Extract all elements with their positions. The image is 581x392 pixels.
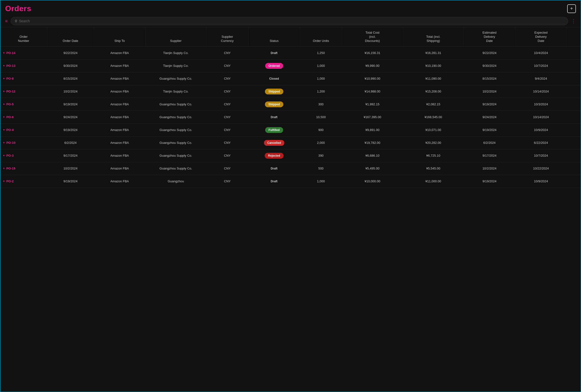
cell-order-date: 9/30/2024 bbox=[47, 59, 94, 72]
cell-total-cost: ¥14,988.00 bbox=[342, 85, 403, 98]
cell-order-units: 2,000 bbox=[300, 136, 342, 149]
expand-icon[interactable]: ▼ bbox=[3, 77, 5, 80]
order-id[interactable]: PO-14 bbox=[6, 51, 16, 55]
cell-order-units: 10,500 bbox=[300, 111, 342, 124]
cell-order-number[interactable]: ▼ PO-3 bbox=[0, 149, 47, 162]
expand-icon[interactable]: ▼ bbox=[3, 167, 5, 170]
cell-order-date: 9/17/2024 bbox=[47, 149, 94, 162]
cell-total-incl-shipping: ¥168,545.00 bbox=[403, 111, 464, 124]
cell-extra bbox=[567, 111, 581, 124]
orders-table-wrapper: OrderNumber Order Date Ship To Supplier … bbox=[0, 27, 581, 188]
cell-order-number[interactable]: ▼ PO-13 bbox=[0, 59, 47, 72]
table-row: ▼ PO-14 9/22/2024 Amazon FBA Tianjin Sup… bbox=[0, 46, 581, 59]
cell-extra bbox=[567, 162, 581, 175]
table-header-row: OrderNumber Order Date Ship To Supplier … bbox=[0, 27, 581, 46]
order-id[interactable]: PO-12 bbox=[6, 90, 16, 93]
add-order-button[interactable]: + bbox=[567, 4, 576, 13]
cell-order-number[interactable]: ▼ PO-10 bbox=[0, 136, 47, 149]
order-id[interactable]: PO-13 bbox=[6, 64, 16, 68]
cell-currency: CNY bbox=[206, 162, 248, 175]
order-id[interactable]: PO-8 bbox=[6, 77, 14, 80]
cell-exp-delivery: 10/22/2024 bbox=[515, 162, 567, 175]
cell-supplier: Guangzhou Supply Co. bbox=[146, 98, 206, 111]
cell-total-cost: ¥9,990.00 bbox=[342, 59, 403, 72]
col-header-supplier-currency: SupplierCurrency bbox=[206, 27, 248, 46]
cell-total-incl-shipping: ¥16,281.31 bbox=[403, 46, 464, 59]
expand-icon[interactable]: ▼ bbox=[3, 129, 5, 131]
status-badge: Shipped bbox=[265, 89, 283, 94]
cell-exp-delivery: 10/4/2024 bbox=[515, 46, 567, 59]
cell-order-number[interactable]: ▼ PO-2 bbox=[0, 175, 47, 188]
cell-order-date: 10/2/2024 bbox=[47, 85, 94, 98]
cell-order-number[interactable]: ▼ PO-6 bbox=[0, 111, 47, 124]
order-id[interactable]: PO-4 bbox=[6, 128, 14, 132]
expand-icon[interactable]: ▼ bbox=[3, 180, 5, 183]
table-row: ▼ PO-12 10/2/2024 Amazon FBA Tianjin Sup… bbox=[0, 85, 581, 98]
cell-est-delivery: 9/19/2024 bbox=[464, 98, 515, 111]
cell-order-units: 1,000 bbox=[300, 175, 342, 188]
cell-extra bbox=[567, 136, 581, 149]
cell-currency: CNY bbox=[206, 149, 248, 162]
order-id[interactable]: PO-15 bbox=[6, 167, 16, 170]
cell-order-number[interactable]: ▼ PO-5 bbox=[0, 98, 47, 111]
page-title: Orders bbox=[5, 4, 31, 13]
cell-order-number[interactable]: ▼ PO-15 bbox=[0, 162, 47, 175]
cell-est-delivery: 9/22/2024 bbox=[464, 46, 515, 59]
cell-total-cost: ¥10,990.00 bbox=[342, 72, 403, 85]
order-id[interactable]: PO-10 bbox=[6, 141, 16, 145]
cell-order-number[interactable]: ▼ PO-14 bbox=[0, 46, 47, 59]
cell-order-number[interactable]: ▼ PO-12 bbox=[0, 85, 47, 98]
expand-icon[interactable]: ▼ bbox=[3, 64, 5, 67]
cell-ship-to: Amazon FBA bbox=[94, 72, 145, 85]
table-row: ▼ PO-2 9/19/2024 Amazon FBA Guangzhou CN… bbox=[0, 175, 581, 188]
cell-supplier: Guangzhou Supply Co. bbox=[146, 72, 206, 85]
cell-status: Ordered bbox=[248, 59, 300, 72]
cell-order-date: 9/19/2024 bbox=[47, 175, 94, 188]
order-id[interactable]: PO-5 bbox=[6, 102, 14, 106]
table-row: ▼ PO-15 10/2/2024 Amazon FBA Guangzhou S… bbox=[0, 162, 581, 175]
table-row: ▼ PO-13 9/30/2024 Amazon FBA Tianjin Sup… bbox=[0, 59, 581, 72]
cell-order-number[interactable]: ▼ PO-4 bbox=[0, 124, 47, 136]
cell-currency: CNY bbox=[206, 72, 248, 85]
cell-est-delivery: 10/2/2024 bbox=[464, 85, 515, 98]
cell-extra bbox=[567, 59, 581, 72]
col-header-order-date: Order Date bbox=[47, 27, 94, 46]
expand-icon[interactable]: ▼ bbox=[3, 141, 5, 144]
cell-ship-to: Amazon FBA bbox=[94, 59, 145, 72]
cell-total-cost: ¥167,395.00 bbox=[342, 111, 403, 124]
cell-currency: CNY bbox=[206, 124, 248, 136]
status-badge: Draft bbox=[267, 50, 281, 56]
cell-supplier: Guangzhou Supply Co. bbox=[146, 124, 206, 136]
more-options-icon[interactable]: ⋮ bbox=[571, 18, 576, 24]
search-input[interactable] bbox=[19, 19, 564, 23]
expand-icon[interactable]: ▼ bbox=[3, 103, 5, 106]
cell-ship-to: Amazon FBA bbox=[94, 162, 145, 175]
order-id[interactable]: PO-6 bbox=[6, 115, 14, 119]
cell-extra bbox=[567, 46, 581, 59]
cell-order-units: 1,000 bbox=[300, 72, 342, 85]
cell-exp-delivery: 10/14/2024 bbox=[515, 111, 567, 124]
filter-icon[interactable]: ≡ bbox=[5, 19, 8, 24]
cell-total-incl-shipping: ¥5,545.00 bbox=[403, 162, 464, 175]
cell-currency: CNY bbox=[206, 136, 248, 149]
order-id[interactable]: PO-2 bbox=[6, 180, 14, 183]
col-header-total-incl-shipping: Total (incl.Shipping) bbox=[403, 27, 464, 46]
order-id[interactable]: PO-3 bbox=[6, 154, 14, 157]
expand-icon[interactable]: ▼ bbox=[3, 52, 5, 54]
cell-est-delivery: 6/2/2024 bbox=[464, 136, 515, 149]
cell-total-cost: ¥6,686.10 bbox=[342, 149, 403, 162]
expand-icon[interactable]: ▼ bbox=[3, 90, 5, 93]
expand-icon[interactable]: ▼ bbox=[3, 154, 5, 157]
cell-est-delivery: 10/2/2024 bbox=[464, 162, 515, 175]
cell-status: Cancelled bbox=[248, 136, 300, 149]
cell-total-incl-shipping: ¥10,190.00 bbox=[403, 59, 464, 72]
cell-extra bbox=[567, 72, 581, 85]
cell-ship-to: Amazon FBA bbox=[94, 149, 145, 162]
cell-status: Fulfilled bbox=[248, 124, 300, 136]
cell-order-number[interactable]: ▼ PO-8 bbox=[0, 72, 47, 85]
cell-extra bbox=[567, 85, 581, 98]
cell-currency: CNY bbox=[206, 85, 248, 98]
cell-supplier: Guangzhou bbox=[146, 175, 206, 188]
cell-est-delivery: 9/17/2024 bbox=[464, 149, 515, 162]
expand-icon[interactable]: ▼ bbox=[3, 116, 5, 118]
